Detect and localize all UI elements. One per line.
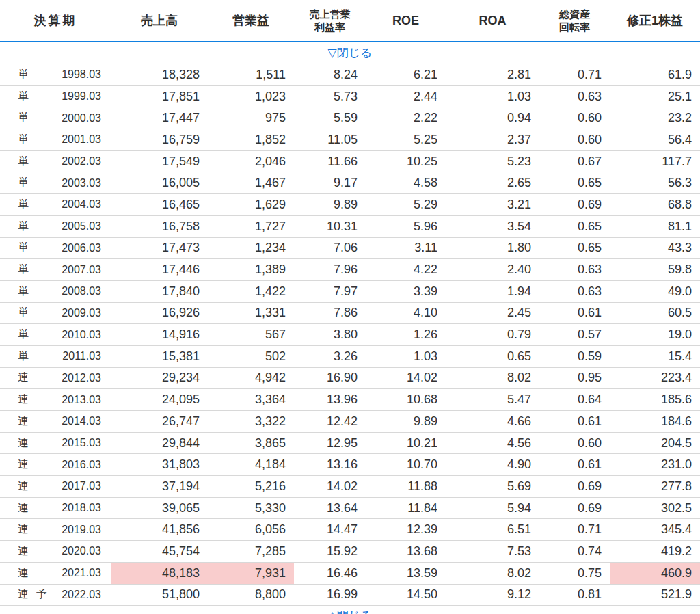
eps-value: 419.2 (610, 541, 700, 562)
fiscal-period-cell: 単2003.03 (0, 172, 111, 193)
report-type-marker: 単 (18, 198, 30, 212)
fiscal-period-cell: 単2007.03 (0, 259, 111, 280)
turnover-value: 0.60 (539, 129, 610, 150)
fiscal-period: 1999.03 (62, 90, 101, 103)
collapse-table-bottom-link[interactable]: △閉じる (328, 608, 373, 614)
roe-value: 9.89 (366, 411, 446, 432)
fiscal-period: 2001.03 (62, 133, 101, 146)
fiscal-period: 2013.03 (62, 394, 101, 406)
report-type-marker: 連 (18, 414, 30, 429)
sales-value: 14,916 (111, 324, 208, 345)
sales-value: 51,800 (111, 585, 208, 606)
roe-value: 12.39 (366, 519, 446, 540)
fiscal-period-cell: 連2012.03 (0, 368, 111, 389)
table-row: 連2019.0341,8566,05614.4712.396.510.71345… (0, 519, 700, 541)
roe-value: 10.21 (366, 433, 446, 454)
fiscal-period-cell: 単1999.03 (0, 86, 111, 107)
fiscal-period-cell: 単2008.03 (0, 281, 111, 302)
eps-value: 204.5 (610, 433, 700, 454)
fiscal-period: 2010.03 (62, 329, 101, 341)
sales-value: 24,095 (111, 389, 208, 410)
fiscal-period: 2000.03 (62, 112, 101, 124)
opm-value: 13.64 (294, 498, 366, 519)
roe-value: 6.21 (366, 64, 446, 85)
fiscal-period: 2011.03 (62, 350, 101, 362)
opm-value: 3.80 (294, 324, 366, 345)
eps-value: 345.4 (610, 519, 700, 540)
roa-value: 2.45 (446, 303, 539, 324)
eps-value: 68.8 (610, 194, 700, 215)
roa-value: 5.94 (446, 498, 539, 519)
forecast-marker: 予 (36, 587, 47, 602)
turnover-value: 0.65 (539, 238, 610, 259)
report-type-marker: 連 (18, 436, 30, 451)
roa-value: 0.79 (446, 324, 539, 345)
fiscal-period: 2006.03 (62, 242, 101, 254)
turnover-value: 0.63 (539, 259, 610, 280)
fiscal-period-cell: 連2018.03 (0, 498, 111, 519)
table-body: 単1998.0318,3281,5118.246.212.810.7161.9単… (0, 64, 700, 606)
op-value: 5,330 (208, 498, 294, 519)
turnover-value: 0.60 (539, 107, 610, 129)
eps-value: 25.1 (610, 86, 700, 107)
opm-value: 7.97 (294, 281, 366, 302)
sales-value: 17,447 (111, 107, 208, 129)
turnover-value: 0.74 (539, 541, 610, 562)
eps-value: 184.6 (610, 411, 700, 432)
fiscal-period: 2017.03 (62, 480, 101, 492)
turnover-value: 0.65 (539, 216, 610, 237)
roe-value: 3.39 (366, 281, 446, 302)
sales-value: 16,926 (111, 303, 208, 324)
op-value: 7,285 (208, 541, 294, 562)
turnover-value: 0.71 (539, 64, 610, 85)
roe-value: 2.44 (366, 86, 446, 107)
roa-value: 8.02 (446, 368, 539, 389)
opm-value: 12.42 (294, 411, 366, 432)
report-type-marker: 連 (18, 522, 30, 537)
sales-value: 18,328 (111, 64, 208, 85)
roa-value: 2.81 (446, 64, 539, 85)
turnover-value: 0.61 (539, 454, 610, 475)
opm-value: 3.26 (294, 346, 366, 367)
table-row: 単2006.0317,4731,2347.063.111.800.6543.3 (0, 238, 700, 260)
sales-value: 17,473 (111, 238, 208, 259)
fiscal-period-cell: 単2010.03 (0, 324, 111, 345)
fiscal-period: 2012.03 (62, 372, 101, 384)
sales-value: 48,183 (111, 563, 208, 584)
turnover-value: 0.69 (539, 194, 610, 215)
opm-value: 13.96 (294, 389, 366, 410)
turnover-value: 0.63 (539, 86, 610, 107)
eps-value: 59.8 (610, 259, 700, 280)
collapse-row-top: ▽閉じる (0, 42, 700, 64)
fiscal-period: 2003.03 (62, 177, 101, 189)
roa-value: 8.02 (446, 563, 539, 584)
table-row: 連2016.0331,8034,18413.1610.704.900.61231… (0, 454, 700, 476)
fiscal-period: 2004.03 (62, 198, 101, 211)
turnover-value: 0.57 (539, 324, 610, 345)
report-type-marker: 単 (18, 68, 30, 82)
fiscal-period-cell: 連予2022.03 (0, 585, 111, 606)
collapse-table-top-link[interactable]: ▽閉じる (328, 45, 373, 61)
roe-value: 1.03 (366, 346, 446, 367)
fiscal-period-cell: 連2019.03 (0, 519, 111, 540)
turnover-value: 0.59 (539, 346, 610, 367)
roe-value: 10.25 (366, 151, 446, 172)
fiscal-period-cell: 単2004.03 (0, 194, 111, 215)
fiscal-period: 2019.03 (62, 524, 101, 536)
opm-value: 10.31 (294, 216, 366, 237)
roa-value: 4.90 (446, 454, 539, 475)
fiscal-period-cell: 連2015.03 (0, 433, 111, 454)
fiscal-period: 2008.03 (62, 285, 101, 297)
roe-value: 13.59 (366, 563, 446, 584)
roa-value: 1.80 (446, 238, 539, 259)
roe-value: 4.10 (366, 303, 446, 324)
report-type-marker: 連 (18, 501, 30, 516)
table-row: 単2000.0317,4479755.592.220.940.6023.2 (0, 107, 700, 129)
op-value: 6,056 (208, 519, 294, 540)
op-value: 2,046 (208, 151, 294, 172)
report-type-marker: 連 (18, 479, 30, 494)
op-value: 1,422 (208, 281, 294, 302)
eps-value: 277.8 (610, 476, 700, 497)
column-header-eps: 修正1株益 (610, 0, 700, 41)
eps-value: 81.1 (610, 216, 700, 237)
